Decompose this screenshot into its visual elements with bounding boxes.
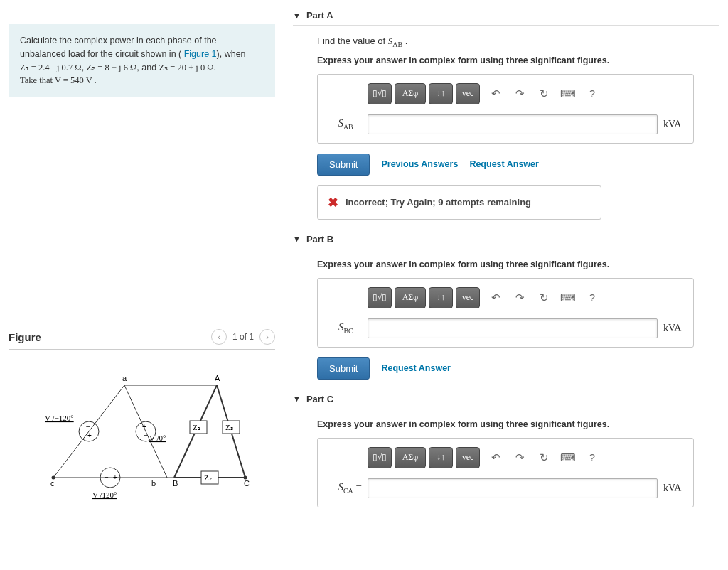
svg-text:B: B [173,479,178,488]
part-a-instr: Express your answer in complex form usin… [317,55,719,65]
keyboard-icon[interactable]: ⌨ [560,289,577,306]
z1: Z₁ = 2.4 - j 0.7 Ω [20,63,82,72]
z2: Z₂ = 8 + j 6 Ω [87,63,137,72]
caret-down-icon: ▼ [293,11,301,20]
svg-text:−: − [86,423,90,431]
vec-button[interactable]: vec [456,83,480,104]
keyboard-icon[interactable]: ⌨ [560,449,577,466]
part-a-submit-button[interactable]: Submit [317,154,370,176]
svg-text:V /120°: V /120° [92,490,117,499]
part-a-feedback: ✖ Incorrect; Try Again; 9 attempts remai… [317,185,601,220]
svg-text:+: + [113,473,117,481]
undo-icon[interactable]: ↶ [487,289,504,306]
reset-icon[interactable]: ↻ [535,85,552,102]
greek-button[interactable]: ΑΣφ [395,287,426,308]
figure-link[interactable]: Figure 1 [184,49,217,59]
templates-button[interactable]: ▯√▯ [368,83,392,104]
svg-text:c: c [50,479,55,488]
redo-icon[interactable]: ↷ [511,449,528,466]
svg-text:A: A [215,374,220,382]
part-c-header[interactable]: ▼ Part C [293,389,719,409]
part-c-label: Part C [306,394,333,404]
problem-statement: Calculate the complex power in each phas… [9,24,275,97]
svg-text:V /0°: V /0° [149,434,166,442]
svg-text:Z₃: Z₃ [225,423,233,431]
part-c-answer-panel: ▯√▯ ΑΣφ ↓↑ vec ↶ ↷ ↻ ⌨ ? SCA = kVA [317,438,694,507]
caret-down-icon: ▼ [293,235,301,243]
previous-answers-link[interactable]: Previous Answers [381,159,458,169]
part-b-header[interactable]: ▼ Part B [293,230,719,249]
part-b-submit-button[interactable]: Submit [317,357,370,380]
undo-icon[interactable]: ↶ [487,85,504,102]
greek-button[interactable]: ΑΣφ [395,83,426,104]
figure-counter: 1 of 1 [232,332,254,342]
vec-button[interactable]: vec [456,447,480,468]
templates-button[interactable]: ▯√▯ [368,447,392,468]
sbc-lhs: SBC = [326,321,362,335]
problem-intro2: ), when [217,49,246,59]
help-icon[interactable]: ? [584,289,601,306]
sab-unit: kVA [663,119,685,130]
svg-text:−: − [144,431,148,439]
x-icon: ✖ [328,195,338,210]
z3: Z₃ = 20 + j 0 Ω [159,63,214,72]
feedback-text: Incorrect; Try Again; 9 attempts remaini… [346,197,531,208]
svg-text:+: + [142,423,146,431]
redo-icon[interactable]: ↷ [511,289,528,306]
sab-input[interactable] [368,114,658,134]
svg-text:b: b [151,479,156,488]
svg-text:+: + [87,431,92,439]
sab-lhs: SAB = [326,117,362,131]
sub-sup-button[interactable]: ↓↑ [429,83,453,104]
svg-point-33 [51,476,55,480]
svg-text:−: − [105,473,109,481]
svg-text:Z₂: Z₂ [204,473,212,482]
part-a-answer-panel: ▯√▯ ΑΣφ ↓↑ vec ↶ ↷ ↻ ⌨ ? SAB = kVA [317,74,694,144]
help-icon[interactable]: ? [584,449,601,466]
undo-icon[interactable]: ↶ [487,449,504,466]
take-v: Take that V = 540 V . [20,75,97,85]
redo-icon[interactable]: ↷ [511,85,528,102]
part-b-instr: Express your answer in complex form usin… [317,259,719,269]
reset-icon[interactable]: ↻ [535,289,552,306]
help-icon[interactable]: ? [584,85,601,102]
keyboard-icon[interactable]: ⌨ [560,85,577,102]
svg-point-32 [243,476,247,480]
svg-text:V /−120°: V /−120° [45,414,74,422]
caret-down-icon: ▼ [293,394,301,403]
figure-next-button[interactable]: › [259,329,275,345]
part-a-find: Find the value of SAB . [317,36,719,48]
sca-lhs: SCA = [326,481,362,495]
sbc-input[interactable] [368,318,658,338]
templates-button[interactable]: ▯√▯ [368,287,392,308]
sca-unit: kVA [663,483,685,494]
figure-title: Figure [9,331,41,343]
circuit-figure: − + + − − + a c b A B C Z₁ Z₃ Z₂ V /−120… [9,350,275,527]
reset-icon[interactable]: ↻ [535,449,552,466]
sbc-unit: kVA [663,323,685,334]
request-answer-link-b[interactable]: Request Answer [381,363,450,373]
svg-text:a: a [122,374,127,382]
svg-text:Z₁: Z₁ [193,423,200,431]
figure-header: Figure ‹ 1 of 1 › [9,325,275,350]
greek-button[interactable]: ΑΣφ [395,447,426,468]
sub-sup-button[interactable]: ↓↑ [429,447,453,468]
sca-input[interactable] [368,478,658,498]
part-a-header[interactable]: ▼ Part A [293,6,719,26]
figure-prev-button[interactable]: ‹ [211,329,227,345]
part-c-instr: Express your answer in complex form usin… [317,419,719,429]
part-b-answer-panel: ▯√▯ ΑΣφ ↓↑ vec ↶ ↷ ↻ ⌨ ? SBC = kVA [317,278,694,348]
part-a-label: Part A [306,10,333,21]
svg-text:C: C [244,479,250,488]
part-b-label: Part B [306,234,333,244]
request-answer-link-a[interactable]: Request Answer [469,159,538,169]
sub-sup-button[interactable]: ↓↑ [429,287,453,308]
vec-button[interactable]: vec [456,287,480,308]
